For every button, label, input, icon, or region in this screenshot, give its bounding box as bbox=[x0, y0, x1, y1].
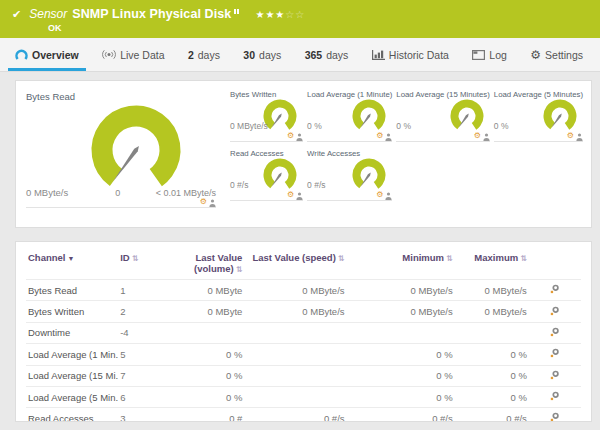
tab-2-days[interactable]: 2days bbox=[181, 38, 227, 71]
channel-edit-icon[interactable] bbox=[550, 391, 560, 403]
mini-gauge bbox=[446, 99, 488, 136]
user-icon[interactable] bbox=[385, 191, 392, 200]
tab-historic-data[interactable]: Historic Data bbox=[365, 38, 456, 71]
user-icon[interactable] bbox=[576, 132, 583, 141]
priority-stars[interactable]: ★★★☆☆ bbox=[255, 8, 305, 22]
channel-gear-icon[interactable]: ⚙ bbox=[287, 190, 294, 199]
column-header-channel[interactable]: Channel▼ bbox=[26, 246, 118, 280]
cell-volume: 0 % bbox=[164, 365, 246, 386]
mini-gauge-title: Read Accesses bbox=[230, 149, 303, 158]
tab-365-days[interactable]: 365days bbox=[298, 38, 356, 71]
main-gauge-actions: ⚙ bbox=[26, 198, 216, 208]
channel-gear-icon[interactable]: ⚙ bbox=[474, 131, 481, 140]
cell-channel: Downtime bbox=[26, 322, 118, 343]
channel-gear-icon[interactable]: ⚙ bbox=[287, 131, 294, 140]
sort-icon: ⇅ bbox=[236, 265, 243, 274]
cell-max: 0 MByte/s bbox=[457, 301, 531, 322]
cell-id: 2 bbox=[118, 301, 164, 322]
tab-label: days bbox=[198, 49, 220, 61]
cell-id: 6 bbox=[118, 386, 164, 407]
column-header-last-value-volume[interactable]: Last Value (volume)⇅ bbox=[164, 246, 246, 280]
user-icon[interactable] bbox=[296, 191, 303, 200]
mini-gauge bbox=[348, 99, 390, 136]
cell-max: 0 #/s bbox=[457, 408, 531, 422]
channel-edit-icon[interactable] bbox=[550, 370, 560, 382]
cell-volume: 0 # bbox=[164, 408, 246, 422]
channel-table-panel: Channel▼ID⇅Last Value (volume)⇅Last Valu… bbox=[15, 241, 592, 422]
user-icon[interactable] bbox=[385, 132, 392, 141]
gauge-arc-icon bbox=[15, 49, 28, 60]
tab-number: 365 bbox=[305, 49, 323, 61]
gear-icon: ⚙ bbox=[530, 50, 541, 60]
user-icon[interactable] bbox=[483, 132, 490, 141]
channel-edit-icon[interactable] bbox=[550, 412, 560, 422]
table-row: Bytes Written20 MByte0 MByte/s0 MByte/s0… bbox=[26, 301, 581, 322]
mini-gauge-title: Load Average (1 Minute) bbox=[307, 90, 392, 99]
channel-gear-icon[interactable]: ⚙ bbox=[376, 131, 383, 140]
table-row: Load Average (15 Mi...70 %0 %0 % bbox=[26, 365, 581, 386]
mini-gauge-value: 0 % bbox=[307, 121, 322, 131]
column-header-last-value-speed[interactable]: Last Value (speed)⇅ bbox=[246, 246, 348, 280]
cell-max bbox=[457, 322, 531, 343]
cell-channel: Bytes Read bbox=[26, 280, 118, 301]
status-badge: OK bbox=[48, 23, 590, 33]
cell-max: 0 MByte/s bbox=[457, 280, 531, 301]
sensor-flag-icon bbox=[234, 2, 240, 16]
tab-overview[interactable]: Overview bbox=[8, 38, 86, 71]
channel-edit-icon[interactable] bbox=[550, 306, 560, 318]
mini-gauge-title: Write Accesses bbox=[307, 149, 392, 158]
sort-icon: ⇅ bbox=[132, 254, 139, 263]
tab-number: 30 bbox=[243, 49, 255, 61]
cell-max: 0 % bbox=[457, 344, 531, 365]
mini-gauge-card: Load Average (1 Minute)0 %⚙ bbox=[307, 90, 392, 142]
tab-log[interactable]: Log bbox=[465, 38, 514, 71]
table-row: Bytes Read10 MByte0 MByte/s0 MByte/s0 MB… bbox=[26, 280, 581, 301]
main-gauge-card: Bytes Read 0 MByte/s 0 < 0.01 MByte/s ⚙ bbox=[26, 89, 216, 227]
column-header-id[interactable]: ID⇅ bbox=[118, 246, 164, 280]
tab-label: days bbox=[326, 49, 348, 61]
cell-min: 0 % bbox=[349, 386, 457, 407]
tab-label: Settings bbox=[545, 49, 583, 61]
tab-30-days[interactable]: 30days bbox=[236, 38, 288, 71]
mini-gauge bbox=[539, 99, 581, 136]
table-row: Load Average (1 Min...50 %0 %0 % bbox=[26, 344, 581, 365]
mini-gauge-card: Read Accesses0 #/s⚙ bbox=[230, 149, 303, 201]
tab-number: 2 bbox=[188, 49, 194, 61]
user-icon[interactable] bbox=[296, 132, 303, 141]
tab-bar: OverviewLive Data2days30days365daysHisto… bbox=[0, 38, 600, 72]
status-check-icon: ✔ bbox=[12, 7, 21, 21]
table-row: Downtime-4 bbox=[26, 322, 581, 343]
cell-volume: 0 % bbox=[164, 386, 246, 407]
cell-min: 0 #/s bbox=[349, 408, 457, 422]
channel-edit-icon[interactable] bbox=[550, 348, 560, 360]
cell-speed: 0 #/s bbox=[246, 408, 348, 422]
live-data-icon bbox=[102, 49, 116, 60]
mini-gauge-title: Bytes Written bbox=[230, 90, 303, 99]
column-header-minimum[interactable]: Minimum⇅ bbox=[349, 246, 457, 280]
cell-max: 0 % bbox=[457, 365, 531, 386]
cell-channel: Bytes Written bbox=[26, 301, 118, 322]
column-header-actions bbox=[531, 246, 581, 280]
cell-channel: Load Average (1 Min... bbox=[26, 344, 118, 365]
sort-icon: ⇅ bbox=[446, 254, 453, 263]
mini-gauge-title: Load Average (5 Minutes) bbox=[494, 90, 583, 99]
channel-gear-icon[interactable]: ⚙ bbox=[200, 197, 207, 206]
cell-speed: 0 MByte/s bbox=[246, 301, 348, 322]
cell-volume bbox=[164, 322, 246, 343]
column-header-maximum[interactable]: Maximum⇅ bbox=[457, 246, 531, 280]
channel-gear-icon[interactable]: ⚙ bbox=[376, 190, 383, 199]
sort-icon: ⇅ bbox=[338, 254, 345, 263]
cell-channel: Read Accesses bbox=[26, 408, 118, 422]
cell-volume: 0 MByte bbox=[164, 301, 246, 322]
channel-gear-icon[interactable]: ⚙ bbox=[567, 131, 574, 140]
tab-label: Historic Data bbox=[389, 49, 449, 61]
channel-edit-icon[interactable] bbox=[550, 327, 560, 339]
cell-min: 0 MByte/s bbox=[349, 301, 457, 322]
tab-live-data[interactable]: Live Data bbox=[95, 38, 171, 71]
channel-edit-icon[interactable] bbox=[550, 284, 560, 296]
cell-volume: 0 % bbox=[164, 344, 246, 365]
channel-table-header: Channel▼ID⇅Last Value (volume)⇅Last Valu… bbox=[26, 246, 581, 280]
user-icon[interactable] bbox=[209, 198, 216, 207]
tab-settings[interactable]: ⚙Settings bbox=[523, 38, 590, 71]
sensor-title: SNMP Linux Physical Disk bbox=[72, 7, 231, 21]
